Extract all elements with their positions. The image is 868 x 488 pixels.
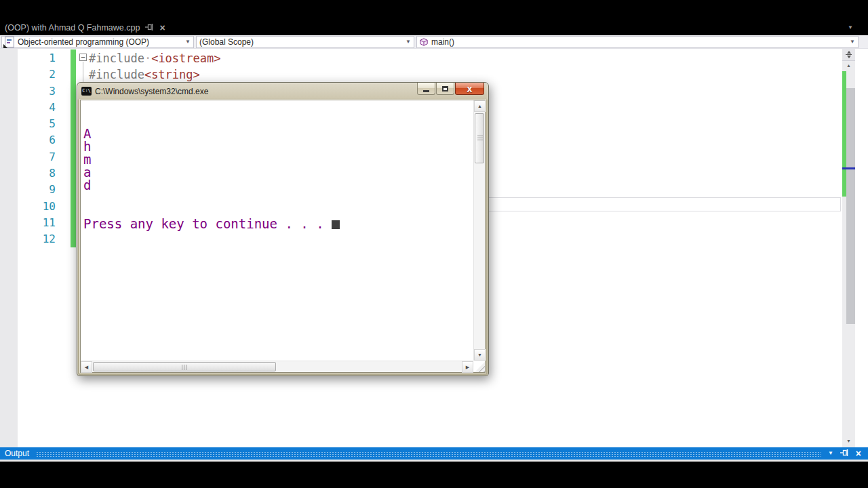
console-area[interactable]: Ahmad Press any key to continue . . . <box>81 101 473 360</box>
console-line: m <box>83 153 473 166</box>
line-number: 8 <box>24 165 56 182</box>
line-number: 6 <box>24 132 56 148</box>
close-button[interactable]: x <box>455 83 484 95</box>
scroll-left-arrow-icon[interactable]: ◀ <box>81 361 92 373</box>
line-number: 4 <box>24 100 56 116</box>
console-prompt-line: Press any key to continue . . . <box>83 218 473 230</box>
maximize-icon <box>442 86 448 92</box>
minimize-icon <box>423 90 429 92</box>
bottom-letterbox <box>0 462 868 488</box>
line-number: 11 <box>24 215 56 231</box>
scroll-up-arrow-icon[interactable]: ▲ <box>474 100 486 112</box>
output-panel-controls: ▼ × <box>828 447 868 460</box>
close-icon[interactable]: × <box>856 449 861 458</box>
line-number: 2 <box>24 66 56 83</box>
scroll-up-arrow-icon[interactable]: ▲ <box>842 60 855 71</box>
cmd-vertical-scrollbar[interactable]: ▲ ▼ <box>473 100 485 361</box>
screen: (OOP) with Ahmad Q Fahmawe.cpp × ▼ Objec… <box>0 0 868 488</box>
code-line: #include<string> <box>89 66 221 83</box>
cmd-hscroll-thumb[interactable] <box>93 362 276 371</box>
scroll-down-arrow-icon[interactable]: ▼ <box>474 349 486 361</box>
maximize-button[interactable] <box>436 83 454 95</box>
fold-toggle[interactable]: − <box>79 54 87 61</box>
line-number: 7 <box>24 149 56 165</box>
line-number: 3 <box>24 83 56 100</box>
chevron-down-icon[interactable]: ▼ <box>406 39 411 45</box>
document-tab-bar: (OOP) with Ahmad Q Fahmawe.cpp × ▼ <box>0 20 868 35</box>
chevron-down-icon[interactable]: ▼ <box>850 39 855 45</box>
scrollbar-caret-marker <box>842 167 855 169</box>
member-dropdown[interactable]: main() ▼ <box>416 36 859 48</box>
output-panel-titlebar[interactable]: Output ▼ × <box>0 447 868 460</box>
project-dropdown-label: Object-oriented programming (OOP) <box>18 37 149 47</box>
pin-icon[interactable] <box>840 447 849 460</box>
output-panel-title: Output <box>0 449 29 458</box>
cmd-horizontal-scrollbar[interactable]: ◀ ▶ <box>81 361 473 372</box>
pin-icon[interactable] <box>145 23 154 33</box>
line-number: 5 <box>24 116 56 132</box>
splitter-handle-icon[interactable] <box>842 49 855 61</box>
fold-guide-line <box>83 62 83 82</box>
change-tracking-bar <box>71 49 76 247</box>
editor-scrollbar-thumb[interactable] <box>846 88 855 324</box>
resize-grip[interactable] <box>473 361 485 372</box>
window-position-chevron-icon[interactable]: ▼ <box>828 451 833 456</box>
method-icon <box>420 38 428 46</box>
cmd-window: C:\ C:\Windows\system32\cmd.exe x Ahmad … <box>77 82 489 376</box>
code-line: #include·<iostream> <box>89 50 221 66</box>
line-number: 1 <box>24 50 56 66</box>
console-line: h <box>83 140 473 153</box>
project-dropdown[interactable]: Object-oriented programming (OOP) ▼ <box>1 36 194 48</box>
cmd-title-bar[interactable]: C:\ C:\Windows\system32\cmd.exe x <box>80 83 486 100</box>
line-number: 9 <box>24 182 56 198</box>
console-output: Ahmad <box>83 127 473 192</box>
cmd-content: Ahmad Press any key to continue . . . ▲ … <box>80 100 486 373</box>
close-icon[interactable]: × <box>159 23 165 33</box>
scroll-right-arrow-icon[interactable]: ▶ <box>462 361 473 373</box>
cpp-file-icon <box>5 37 14 47</box>
line-number: 10 <box>24 199 56 215</box>
code-lines: #include·<iostream>#include<string> <box>89 50 221 83</box>
console-line: a <box>83 166 473 179</box>
cmd-icon: C:\ <box>81 87 92 96</box>
line-number: 12 <box>24 231 56 247</box>
console-line: d <box>83 179 473 192</box>
close-icon: x <box>467 83 473 94</box>
titlebar-grip-texture <box>36 451 821 458</box>
tabstrip-overflow-chevron-icon[interactable]: ▼ <box>848 24 853 30</box>
member-dropdown-label: main() <box>431 37 454 47</box>
scope-dropdown-label: (Global Scope) <box>199 37 254 47</box>
minimize-button[interactable] <box>417 83 435 95</box>
navigation-bar: Object-oriented programming (OOP) ▼ (Glo… <box>0 35 868 49</box>
tab-title: (OOP) with Ahmad Q Fahmawe.cpp <box>5 23 140 33</box>
scroll-down-arrow-icon[interactable]: ▼ <box>842 436 855 447</box>
scope-dropdown[interactable]: (Global Scope) ▼ <box>196 36 414 48</box>
console-line: A <box>83 127 473 140</box>
console-cursor <box>332 220 340 229</box>
chevron-down-icon[interactable]: ▼ <box>185 39 191 45</box>
breakpoint-margin[interactable] <box>0 49 18 447</box>
cmd-window-title: C:\Windows\system32\cmd.exe <box>95 87 208 96</box>
line-numbers: 123456789101112 <box>24 50 56 248</box>
top-letterbox <box>0 0 868 20</box>
tab-oop-cpp[interactable]: (OOP) with Ahmad Q Fahmawe.cpp × <box>0 20 172 35</box>
cmd-vscroll-thumb[interactable] <box>475 113 484 163</box>
cmd-window-controls: x <box>417 83 486 95</box>
editor-vertical-scrollbar[interactable]: ▲ ▼ <box>842 49 855 447</box>
